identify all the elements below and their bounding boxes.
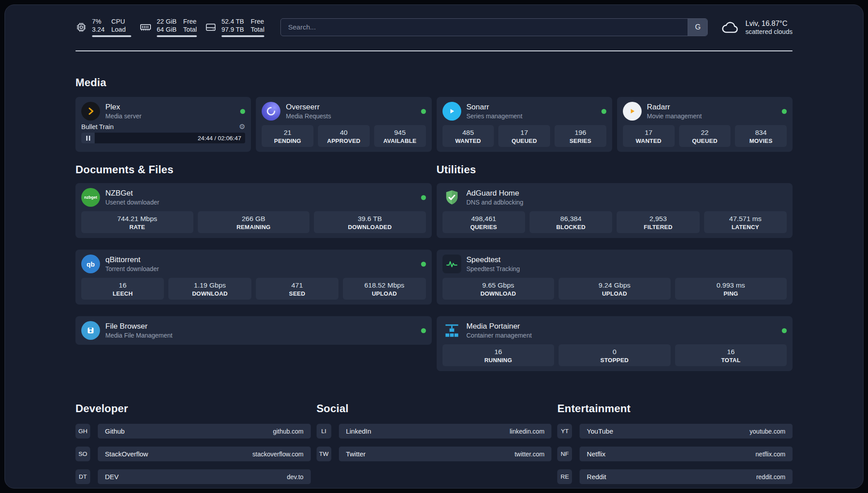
dashboard-panel: 7% 3.24 CPU Load <box>4 4 864 489</box>
topbar: 7% 3.24 CPU Load <box>75 17 793 37</box>
card-header: Speedtest Speedtest Tracking <box>442 255 787 273</box>
app-subtitle: Movie management <box>647 113 702 120</box>
bookmark-row-netflix[interactable]: NF Netflix netflix.com <box>557 447 793 461</box>
bookmark-row-linkedin[interactable]: LI LinkedIn linkedin.com <box>317 424 552 439</box>
middle-columns: Documents & Files nzbget NZBGet Usenet d… <box>75 163 793 371</box>
cpu-icon <box>75 21 87 33</box>
app-meta: AdGuard Home DNS and adblocking <box>467 189 524 206</box>
stat-value: 9.24 Gbps <box>560 281 669 289</box>
app-card-portainer[interactable]: Media Portainer Container management 16 … <box>437 316 793 371</box>
netflix-icon[interactable]: NF <box>557 447 572 461</box>
adguard-icon <box>442 188 461 207</box>
section-documents: Documents & Files nzbget NZBGet Usenet d… <box>75 163 432 345</box>
stackoverflow-icon[interactable]: SO <box>75 447 90 461</box>
stat-value: 17 <box>500 128 548 137</box>
bookmark-link-github[interactable]: Github github.com <box>98 424 311 439</box>
app-card-filebrowser[interactable]: File Browser Media File Management <box>75 316 432 345</box>
app-card-radarr[interactable]: Radarr Movie management 17 WANTED 22 QUE… <box>617 97 793 152</box>
card-header: AdGuard Home DNS and adblocking <box>442 188 787 207</box>
bookmark-row-twitter[interactable]: TW Twitter twitter.com <box>317 447 552 461</box>
stat-value: 0 <box>560 347 669 356</box>
app-name: NZBGet <box>105 189 159 198</box>
stat-label: APPROVED <box>320 138 368 144</box>
bookmark-row-youtube[interactable]: YT YouTube youtube.com <box>557 424 793 439</box>
bookmark-name: Netflix <box>587 450 605 458</box>
stat-label: STOPPED <box>560 357 669 363</box>
app-card-plex[interactable]: Plex Media server Bullet Train ⚙ 24:44 <box>75 97 251 152</box>
youtube-icon[interactable]: YT <box>557 424 572 439</box>
overseerr-icon <box>262 102 280 121</box>
app-subtitle: Media File Management <box>105 332 172 339</box>
sonarr-icon <box>442 102 461 121</box>
twitter-icon[interactable]: TW <box>317 447 331 461</box>
section-utilities: Utilities AdGuard Home DNS and adblockin… <box>437 163 793 371</box>
filebrowser-icon <box>81 321 100 340</box>
stat-value: 21 <box>263 128 312 137</box>
app-card-speedtest[interactable]: Speedtest Speedtest Tracking 9.65 Gbps D… <box>437 250 793 305</box>
bookmark-link-linkedin[interactable]: LinkedIn linkedin.com <box>339 424 552 439</box>
dev-icon[interactable]: DT <box>75 469 90 484</box>
stat-value: 498,461 <box>444 214 523 223</box>
status-dot <box>421 328 426 333</box>
bookmark-name: YouTube <box>587 427 613 435</box>
app-name: AdGuard Home <box>467 189 524 198</box>
stat-box-series: 196 SERIES <box>555 125 606 147</box>
bookmark-link-twitter[interactable]: Twitter twitter.com <box>339 447 552 461</box>
stats-row: 9.65 Gbps DOWNLOAD 9.24 Gbps UPLOAD 0.99… <box>442 278 787 300</box>
status-dot <box>601 109 606 114</box>
stat-label: WANTED <box>444 138 492 144</box>
app-meta: Plex Media server <box>105 103 142 120</box>
stat-label: REMAINING <box>200 224 308 230</box>
bookmark-url: github.com <box>273 428 303 435</box>
app-card-nzbget[interactable]: nzbget NZBGet Usenet downloader 744.21 M… <box>75 183 432 238</box>
stat-label: RUNNING <box>444 357 553 363</box>
stat-box-movies: 834 MOVIES <box>735 125 787 147</box>
stat-value: 47.571 ms <box>706 214 785 223</box>
reddit-icon[interactable]: RE <box>557 469 572 484</box>
seek-bar[interactable]: 24:44 / 02:06:47 <box>81 133 245 143</box>
app-meta: qBittorrent Torrent downloader <box>105 255 159 272</box>
search-input[interactable] <box>281 19 688 36</box>
weather-condition: scattered clouds <box>745 28 793 35</box>
stat-value: 86,384 <box>531 214 610 223</box>
bookmark-row-github[interactable]: GH Github github.com <box>75 424 311 439</box>
bookmark-link-reddit[interactable]: Reddit reddit.com <box>580 469 793 484</box>
bookmark-link-dev[interactable]: DEV dev.to <box>98 469 311 484</box>
card-header: File Browser Media File Management <box>81 321 426 340</box>
bookmark-link-netflix[interactable]: Netflix netflix.com <box>580 447 793 461</box>
stat-box-blocked: 86,384 BLOCKED <box>530 211 612 233</box>
app-subtitle: Series management <box>467 113 522 120</box>
stat-value: 16 <box>444 347 553 356</box>
search-bar[interactable]: G <box>280 18 708 36</box>
stat-value: 39.6 TB <box>316 214 424 223</box>
app-card-qbittorrent[interactable]: qb qBittorrent Torrent downloader 16 LEE… <box>75 250 432 305</box>
pause-icon[interactable] <box>81 133 95 143</box>
stat-label: MOVIES <box>737 138 785 144</box>
bookmark-row-reddit[interactable]: RE Reddit reddit.com <box>557 469 793 484</box>
bookmark-row-stackoverflow[interactable]: SO StackOverflow stackoverflow.com <box>75 447 311 461</box>
gear-icon[interactable]: ⚙ <box>239 123 245 130</box>
dashboard-content: 7% 3.24 CPU Load <box>5 5 863 484</box>
linkedin-icon[interactable]: LI <box>317 424 331 439</box>
stat-value: 945 <box>376 128 424 137</box>
plex-icon <box>81 102 100 121</box>
speedtest-icon <box>442 255 461 273</box>
search-engine-button[interactable]: G <box>688 19 707 36</box>
bookmark-link-youtube[interactable]: YouTube youtube.com <box>580 424 793 439</box>
app-card-overseerr[interactable]: Overseerr Media Requests 21 PENDING 40 A… <box>256 97 431 152</box>
bookmark-name: LinkedIn <box>346 427 371 435</box>
stat-value: 17 <box>625 128 673 137</box>
section-title-entertainment: Entertainment <box>557 402 793 415</box>
app-card-adguard[interactable]: AdGuard Home DNS and adblocking 498,461 … <box>437 183 793 238</box>
stat-value: 485 <box>444 128 492 137</box>
section-title-developer: Developer <box>75 402 311 415</box>
bookmark-row-dev[interactable]: DT DEV dev.to <box>75 469 311 484</box>
stats-row: 16 LEECH 1.19 Gbps DOWNLOAD 471 SEED 618… <box>81 278 426 300</box>
app-subtitle: Media server <box>105 113 142 120</box>
app-subtitle: Media Requests <box>286 113 331 120</box>
bookmark-link-stackoverflow[interactable]: StackOverflow stackoverflow.com <box>98 447 311 461</box>
app-card-sonarr[interactable]: Sonarr Series management 485 WANTED 17 Q… <box>437 97 612 152</box>
cpu-widget: 7% 3.24 CPU Load <box>75 17 131 37</box>
github-icon[interactable]: GH <box>75 424 90 439</box>
stat-label: FILTERED <box>618 224 697 230</box>
